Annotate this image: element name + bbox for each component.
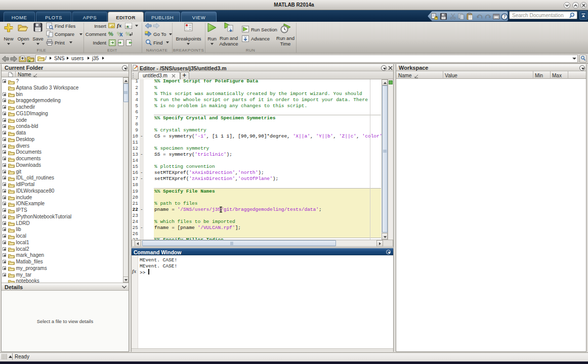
svg-text:?: ? [503, 14, 506, 19]
svg-text:a: a [127, 24, 129, 29]
